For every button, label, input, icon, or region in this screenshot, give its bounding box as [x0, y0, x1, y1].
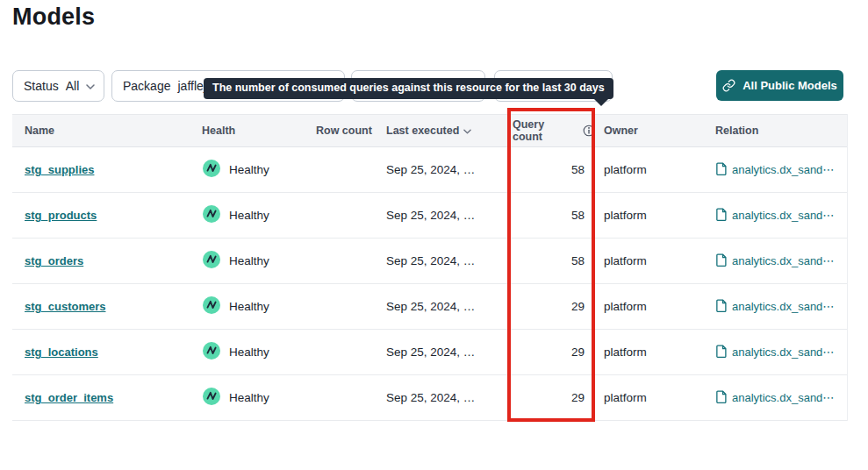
health-badge: Healthy [202, 296, 316, 317]
last-executed-cell: Sep 25, 2024, … [386, 391, 507, 404]
relation-link[interactable]: analytics.dx_sand⋯ [715, 208, 848, 224]
relation-link[interactable]: analytics.dx_sand⋯ [715, 345, 848, 360]
last-executed-label: Last executed [386, 125, 459, 137]
health-label: Healthy [229, 300, 269, 313]
table-row: stg_products Healthy Sep 25, 2024, … 58 … [12, 193, 847, 239]
health-badge: Healthy [202, 204, 316, 226]
all-public-models-label: All Public Models [742, 79, 837, 92]
relation-text: analytics.dx_sand⋯ [732, 300, 834, 313]
owner-cell: platform [595, 163, 715, 176]
relation-text: analytics.dx_sand⋯ [732, 209, 834, 222]
status-filter[interactable]: Status All [12, 70, 104, 102]
package-filter-label: Package [123, 79, 170, 93]
last-executed-cell: Sep 25, 2024, … [386, 300, 507, 313]
info-icon[interactable] [583, 125, 595, 137]
document-icon [715, 208, 727, 224]
health-label: Healthy [229, 254, 269, 267]
relation-text: analytics.dx_sand⋯ [732, 254, 834, 267]
column-header-last-executed[interactable]: Last executed [386, 125, 507, 137]
model-name-link[interactable]: stg_products [25, 209, 97, 222]
health-badge: Healthy [202, 387, 316, 409]
relation-link[interactable]: analytics.dx_sand⋯ [715, 253, 848, 269]
all-public-models-button[interactable]: All Public Models [716, 70, 843, 101]
tooltip-text: The number of consumed queries against t… [212, 82, 605, 94]
document-icon [715, 299, 727, 315]
models-table: Name Health Row count Last executed Quer… [12, 114, 848, 421]
status-filter-label: Status [24, 79, 59, 93]
last-executed-cell: Sep 25, 2024, … [386, 163, 507, 176]
table-row: stg_supplies Healthy Sep 25, 2024, … 58 … [12, 147, 847, 193]
query-count-cell: 58 [507, 209, 595, 222]
pulse-bolt-icon [202, 250, 221, 272]
document-icon [715, 390, 727, 406]
health-badge: Healthy [202, 250, 316, 272]
column-header-relation: Relation [715, 125, 848, 137]
document-icon [715, 253, 727, 269]
table-row: stg_locations Healthy Sep 25, 2024, … 29… [12, 330, 847, 375]
owner-cell: platform [595, 254, 715, 267]
health-label: Healthy [229, 391, 269, 404]
column-header-row-count: Row count [316, 125, 386, 137]
document-icon [715, 162, 727, 178]
relation-link[interactable]: analytics.dx_sand⋯ [715, 390, 848, 406]
query-count-label: Query count [513, 118, 577, 143]
table-header-row: Name Health Row count Last executed Quer… [12, 114, 847, 147]
owner-cell: platform [595, 209, 715, 222]
health-badge: Healthy [202, 341, 316, 363]
owner-cell: platform [595, 300, 715, 313]
relation-text: analytics.dx_sand⋯ [732, 345, 834, 359]
column-header-health: Health [202, 125, 316, 137]
pulse-bolt-icon [202, 204, 221, 226]
model-name-link[interactable]: stg_locations [25, 345, 98, 359]
table-row: stg_orders Healthy Sep 25, 2024, … 58 pl… [12, 239, 847, 284]
owner-cell: platform [595, 391, 715, 404]
health-badge: Healthy [202, 159, 316, 181]
document-icon [715, 345, 727, 360]
last-executed-cell: Sep 25, 2024, … [386, 345, 507, 359]
relation-link[interactable]: analytics.dx_sand⋯ [715, 299, 848, 315]
models-page: Models Status All Package jaffle_ All Pu… [0, 0, 868, 470]
owner-cell: platform [595, 345, 715, 359]
pulse-bolt-icon [202, 387, 221, 409]
health-label: Healthy [229, 209, 269, 222]
sort-chevron-down-icon [463, 129, 471, 134]
health-label: Healthy [229, 345, 269, 359]
column-header-query-count: Query count [507, 118, 595, 143]
pulse-bolt-icon [202, 159, 221, 181]
health-label: Healthy [229, 163, 269, 176]
status-filter-value: All [66, 79, 80, 93]
query-count-cell: 29 [507, 300, 595, 313]
model-name-link[interactable]: stg_customers [25, 300, 105, 313]
page-title: Models [12, 2, 95, 32]
last-executed-cell: Sep 25, 2024, … [386, 209, 507, 222]
query-count-cell: 29 [507, 345, 595, 359]
chevron-down-icon [86, 84, 95, 89]
query-count-tooltip: The number of consumed queries against t… [204, 78, 613, 99]
pulse-bolt-icon [202, 341, 221, 363]
table-row: stg_customers Healthy Sep 25, 2024, … 29… [12, 284, 847, 330]
relation-text: analytics.dx_sand⋯ [732, 163, 834, 176]
column-header-name: Name [12, 125, 202, 137]
pulse-bolt-icon [202, 296, 221, 317]
model-name-link[interactable]: stg_orders [25, 254, 83, 267]
last-executed-cell: Sep 25, 2024, … [386, 254, 507, 267]
relation-text: analytics.dx_sand⋯ [732, 391, 834, 404]
model-name-link[interactable]: stg_supplies [25, 163, 94, 176]
query-count-cell: 29 [507, 391, 595, 404]
model-name-link[interactable]: stg_order_items [25, 391, 113, 404]
column-header-owner: Owner [595, 125, 715, 137]
query-count-cell: 58 [507, 254, 595, 267]
link-chain-icon [722, 79, 735, 92]
query-count-cell: 58 [507, 163, 595, 176]
table-row: stg_order_items Healthy Sep 25, 2024, … … [12, 375, 847, 421]
relation-link[interactable]: analytics.dx_sand⋯ [715, 162, 848, 178]
